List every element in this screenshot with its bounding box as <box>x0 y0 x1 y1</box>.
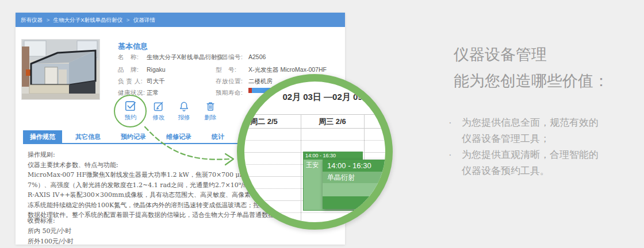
delete-button[interactable]: 删除 <box>198 100 223 122</box>
field-label-location: 存放位置: <box>216 78 243 86</box>
breadcrumb-instrument[interactable]: 生物大分子X射线单晶衍射仪 <box>53 17 122 23</box>
field-value-brand: Rigaku <box>147 66 166 73</box>
fee-external: 所外100元/小时 <box>28 237 200 247</box>
report-repair-button[interactable]: 报修 <box>171 100 197 122</box>
bullet-marker: · <box>448 147 462 163</box>
gridline <box>301 114 301 228</box>
instrument-photo-art <box>22 40 99 99</box>
gridline <box>237 140 393 141</box>
bell-icon <box>178 100 190 112</box>
tab-other-info[interactable]: 其它信息 <box>68 130 108 143</box>
detail-tabs: 操作规范 其它信息 预约记录 维修记录 统计 <box>23 130 231 143</box>
edit-button-label: 修改 <box>146 114 171 122</box>
field-label-brand: 品 牌: <box>118 66 139 74</box>
instrument-photo <box>21 39 100 100</box>
report-repair-button-label: 报修 <box>171 114 197 122</box>
tab-operation-specs[interactable]: 操作规范 <box>23 130 62 143</box>
breadcrumb-separator: > <box>47 17 50 23</box>
fee-standard: 收费标准: 所内 50元/小时 所外100元/小时 <box>28 216 200 247</box>
lifespan-used-segment <box>248 88 252 93</box>
fee-title: 收费标准: <box>28 216 200 226</box>
event-popup-subject: 单晶衍射 <box>323 172 393 183</box>
bullet-text: 为您提供直观清晰，合理智能的 <box>462 149 599 160</box>
delete-button-label: 删除 <box>198 114 223 122</box>
marketing-heading-line1: 仪器设备管理 <box>454 41 609 68</box>
field-label-name: 名 称: <box>118 53 139 61</box>
field-label-manager: 负 责 人: <box>118 78 143 86</box>
event-popup-body <box>323 183 393 196</box>
edit-button[interactable]: 修改 <box>146 100 171 122</box>
breadcrumb-detail: 仪器详情 <box>133 17 155 23</box>
bullet-text: 仪器设备预约工具。 <box>462 165 550 176</box>
reserve-button-label: 预约 <box>118 114 143 122</box>
field-value-manager: 司大千 <box>147 78 165 86</box>
marketing-bullet-line: ·为您提供直观清晰，合理智能的 <box>448 147 599 163</box>
bullet-text: 为您提供信息全面，规范有效的 <box>462 117 599 128</box>
bullet-marker: · <box>448 115 462 131</box>
reserve-button[interactable]: 预约 <box>118 99 143 122</box>
calendar-day-wed: 周三 2/6 <box>301 115 364 128</box>
marketing-bullet-line: 仪器设备预约工具。 <box>448 163 599 179</box>
marketing-bullet-line: 仪器设备管理工具； <box>448 131 599 147</box>
calendar-week-range: 02月 03日 —02月 09日 <box>249 92 393 103</box>
breadcrumb-all-instruments[interactable]: 所有仪器 <box>21 17 43 23</box>
reservation-calendar: 02月 03日 —02月 09日 周二 2/5 周三 2/6 周四 14:00 … <box>244 82 385 222</box>
calendar-day-thu: 周四 <box>364 115 393 128</box>
marketing-heading-line2: 能为您创造哪些价值： <box>454 68 609 94</box>
field-label-model: 型 号: <box>216 66 236 74</box>
tab-reservation-records[interactable]: 预约记录 <box>114 130 153 143</box>
calendar-event-time: 14:00 - 16:30 <box>304 152 362 160</box>
field-value-model: X-光发生器 MicroMax-007HF <box>248 66 327 74</box>
trash-icon <box>205 100 216 112</box>
field-value-name: 生物大分子X射线单晶衍射仪 <box>147 53 223 61</box>
field-value-serial: A2506 <box>248 53 266 60</box>
marketing-heading: 仪器设备管理 能为您创造哪些价值： <box>454 41 609 94</box>
calendar-day-tue: 周二 2/5 <box>237 115 301 128</box>
bullet-text: 仪器设备管理工具； <box>462 133 550 144</box>
event-popup-time: 14:00 - 16:30 <box>323 160 393 172</box>
event-popup-footer: 编辑 取消 <box>323 196 393 209</box>
tab-repair-records[interactable]: 维修记录 <box>159 130 198 143</box>
basic-info-title: 基本信息 <box>118 41 148 52</box>
edit-icon <box>153 100 164 112</box>
field-label-serial: 仪器编号: <box>216 53 243 61</box>
magnifier-circle: 02月 03日 —02月 09日 周二 2/5 周三 2/6 周四 14:00 … <box>237 74 393 230</box>
event-edit-button[interactable]: 编辑 <box>375 199 389 207</box>
field-label-lifespan: 预期寿命: <box>216 89 243 97</box>
fee-internal: 所内 50元/小时 <box>28 226 200 237</box>
event-popup: 14:00 - 16:30 单晶衍射 编辑 取消 <box>323 160 393 209</box>
breadcrumb-separator: > <box>126 17 130 23</box>
field-value-health: 正常 <box>147 89 159 97</box>
tab-statistics[interactable]: 统计 <box>205 130 231 143</box>
gridline <box>237 128 393 129</box>
marketing-bullet-line: ·为您提供信息全面，规范有效的 <box>448 115 599 131</box>
marketing-bullets: ·为您提供信息全面，规范有效的 仪器设备管理工具； ·为您提供直观清晰，合理智能… <box>448 115 599 179</box>
field-value-location: 二楼机房 <box>248 78 273 86</box>
breadcrumb: 所有仪器 > 生物大分子X射线单晶衍射仪 > 仪器详情 <box>16 13 345 27</box>
checkbox-icon <box>124 99 137 112</box>
